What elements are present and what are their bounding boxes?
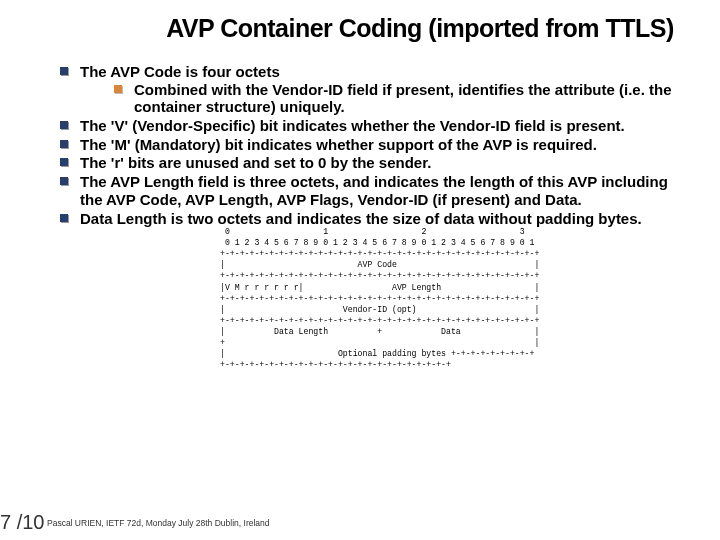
bullet-text: The 'r' bits are unused and set to 0 by … — [80, 154, 431, 171]
bullet-icon — [60, 140, 68, 148]
bullet-text: The AVP Length field is three octets, an… — [80, 173, 668, 208]
bullet-icon — [60, 67, 68, 75]
bullet-text: The 'M' (Mandatory) bit indicates whethe… — [80, 136, 597, 153]
bullet-item: The 'V' (Vendor-Specific) bit indicates … — [60, 117, 680, 135]
bullet-item: The AVP Length field is three octets, an… — [60, 173, 680, 208]
bullet-text: Combined with the Vendor-ID field if pre… — [134, 81, 672, 116]
bullet-item: Data Length is two octets and indicates … — [60, 210, 680, 228]
bullet-text: The 'V' (Vendor-Specific) bit indicates … — [80, 117, 625, 134]
bullet-icon — [60, 121, 68, 129]
bullet-icon — [60, 158, 68, 166]
sub-bullet-item: Combined with the Vendor-ID field if pre… — [114, 81, 680, 116]
slide-title: AVP Container Coding (imported from TTLS… — [0, 0, 720, 53]
bullet-text: Data Length is two octets and indicates … — [80, 210, 642, 227]
bullet-icon — [60, 177, 68, 185]
bullet-item: The AVP Code is four octets Combined wit… — [60, 63, 680, 116]
bullet-item: The 'r' bits are unused and set to 0 by … — [60, 154, 680, 172]
bullet-icon — [114, 85, 122, 93]
bullet-icon — [60, 214, 68, 222]
bullet-item: The 'M' (Mandatory) bit indicates whethe… — [60, 136, 680, 154]
slide-body: The AVP Code is four octets Combined wit… — [0, 53, 720, 370]
footer-text: Pascal URIEN, IETF 72d, Monday July 28th… — [47, 518, 270, 528]
bullet-text: The AVP Code is four octets — [80, 63, 280, 80]
page-number: 7 /10 — [0, 511, 44, 534]
ascii-diagram: 0 1 2 3 0 1 2 3 4 5 6 7 8 9 0 1 2 3 4 5 … — [220, 226, 680, 370]
slide-footer: 7 /10 Pascal URIEN, IETF 72d, Monday Jul… — [0, 511, 270, 534]
